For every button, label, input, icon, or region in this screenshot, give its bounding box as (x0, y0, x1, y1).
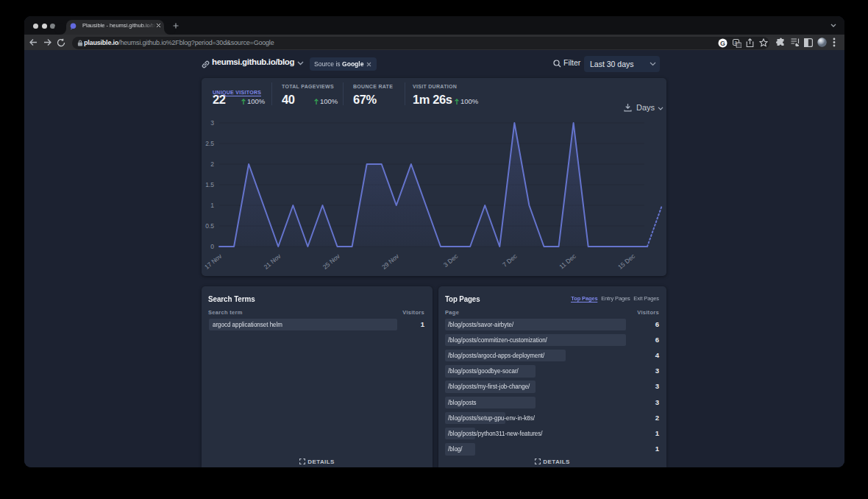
svg-text:3 Dec: 3 Dec (442, 252, 460, 268)
svg-text:2.5: 2.5 (205, 140, 214, 147)
svg-text:1: 1 (210, 202, 214, 209)
svg-text:25 Nov: 25 Nov (321, 252, 342, 270)
svg-text:0.5: 0.5 (205, 222, 214, 230)
svg-text:15 Dec: 15 Dec (616, 252, 637, 270)
svg-text:3: 3 (210, 119, 214, 127)
svg-text:17 Nov: 17 Nov (203, 252, 224, 270)
svg-text:11 Dec: 11 Dec (558, 252, 577, 270)
svg-text:0: 0 (210, 243, 214, 250)
svg-text:29 Nov: 29 Nov (380, 252, 401, 270)
svg-text:1.5: 1.5 (205, 181, 214, 188)
svg-text:G: G (720, 39, 725, 46)
svg-text:21 Nov: 21 Nov (262, 252, 282, 270)
svg-text:2: 2 (210, 160, 214, 168)
svg-text:a: a (734, 40, 737, 45)
svg-text:7 Dec: 7 Dec (501, 252, 519, 268)
